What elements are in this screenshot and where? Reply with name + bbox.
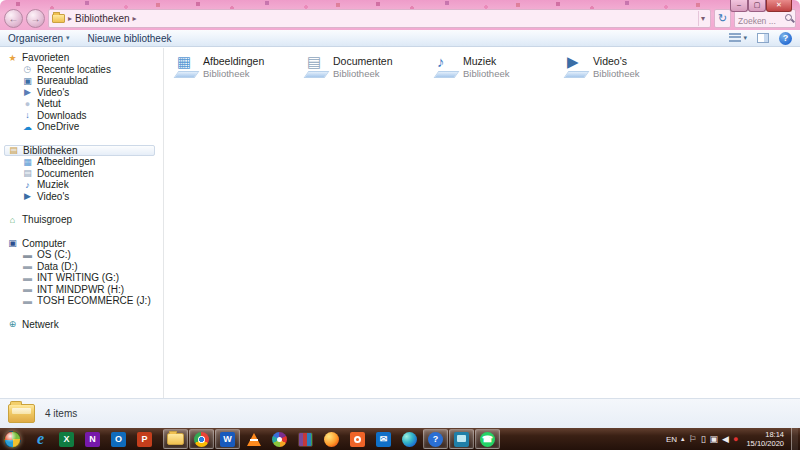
sidebar-section: ★Favorieten◷Recente locaties▣Bureaublad▶… xyxy=(4,52,163,133)
file-item-muziek[interactable]: ♪MuziekBibliotheek xyxy=(432,53,562,83)
file-item-type: Bibliotheek xyxy=(203,68,264,79)
battery-icon[interactable]: ▯ xyxy=(701,435,706,444)
sidebar-section: ⊕Netwerk xyxy=(4,319,163,331)
chevron-icon: ▸ xyxy=(68,14,72,23)
file-item-type: Bibliotheek xyxy=(593,68,639,79)
taskbar: eXNOPW✉?☎ EN ▴ ⚐▯▣◀● 18:14 15/10/2020 xyxy=(0,428,800,450)
sidebar-item-label: Recente locaties xyxy=(37,64,111,75)
status-red-icon[interactable]: ● xyxy=(733,435,738,444)
language-indicator[interactable]: EN xyxy=(666,435,677,444)
taskbar-internet-explorer-icon[interactable]: e xyxy=(28,429,53,449)
sidebar-item-bibliotheken[interactable]: ▤Bibliotheken xyxy=(4,145,155,157)
new-library-button[interactable]: Nieuwe bibliotheek xyxy=(88,33,172,44)
caret-up-icon[interactable]: ▴ xyxy=(681,435,685,443)
sidebar-item-label: Documenten xyxy=(37,168,94,179)
drive-os-icon: ▬ xyxy=(22,250,33,260)
taskbar-capture-icon[interactable] xyxy=(345,429,370,449)
file-item-documenten[interactable]: ▤DocumentenBibliotheek xyxy=(302,53,432,83)
sidebar-item-label: Video's xyxy=(37,87,69,98)
sidebar-item-thuisgroep[interactable]: ⌂Thuisgroep xyxy=(4,214,163,226)
taskbar-explorer-icon[interactable] xyxy=(163,429,188,449)
address-bar[interactable]: ▸ Bibliotheken ▸ ▾ xyxy=(48,9,711,28)
navigation-bar: ← → ▸ Bibliotheken ▸ ▾ ↻ xyxy=(4,8,796,28)
address-dropdown-button[interactable]: ▾ xyxy=(698,11,707,26)
taskbar-onenote-icon[interactable]: N xyxy=(80,429,105,449)
help-button[interactable]: ? xyxy=(779,32,792,45)
help-icon: ? xyxy=(783,33,789,43)
sidebar-item-data-d[interactable]: ▬Data (D:) xyxy=(4,261,163,273)
taskbar-excel-icon[interactable]: X xyxy=(54,429,79,449)
sidebar-item-netut[interactable]: ●Netut xyxy=(4,98,163,110)
sidebar-item-favorieten[interactable]: ★Favorieten xyxy=(4,52,163,64)
file-item-video-s[interactable]: ▶Video'sBibliotheek xyxy=(562,53,692,83)
sidebar-item-int-mindpwr-h[interactable]: ▬INT MINDPWR (H:) xyxy=(4,284,163,296)
taskbar-edge-icon[interactable] xyxy=(397,429,422,449)
taskbar-powerpoint-icon[interactable]: P xyxy=(132,429,157,449)
refresh-button[interactable]: ↻ xyxy=(714,9,731,28)
forward-button[interactable]: → xyxy=(26,9,45,28)
start-button[interactable] xyxy=(4,431,21,448)
videos-library-icon: ▶ xyxy=(22,191,33,201)
sidebar-item-video-s[interactable]: ▶Video's xyxy=(4,191,163,203)
taskbar-outlook-icon[interactable]: O xyxy=(106,429,131,449)
network-icon: ⊕ xyxy=(7,319,18,329)
flag-icon[interactable]: ⚐ xyxy=(689,435,697,444)
preview-pane-button[interactable] xyxy=(757,33,769,43)
documents-library-icon: ▤ xyxy=(22,168,33,178)
sidebar-item-video-s[interactable]: ▶Video's xyxy=(4,87,163,99)
pictures-library-icon: ▦ xyxy=(172,53,198,79)
sidebar-item-netwerk[interactable]: ⊕Netwerk xyxy=(4,319,163,331)
organize-button[interactable]: Organiseren ▾ xyxy=(8,33,70,44)
sidebar-section: ⌂Thuisgroep xyxy=(4,214,163,226)
back-button[interactable]: ← xyxy=(4,9,23,28)
file-item-afbeeldingen[interactable]: ▦AfbeeldingenBibliotheek xyxy=(172,53,302,83)
sidebar-item-int-writing-g[interactable]: ▬INT WRITING (G:) xyxy=(4,272,163,284)
network-icon[interactable]: ▣ xyxy=(710,435,719,444)
sidebar-item-computer[interactable]: ▣Computer xyxy=(4,238,163,250)
videos-library-icon: ▶ xyxy=(562,53,588,79)
close-button[interactable]: ✕ xyxy=(766,0,792,12)
taskbar-word-icon[interactable]: W xyxy=(215,429,240,449)
taskbar-whatsapp-icon[interactable]: ☎ xyxy=(475,429,500,449)
clock[interactable]: 18:14 15/10/2020 xyxy=(746,430,784,449)
taskbar-firefox-icon[interactable] xyxy=(319,429,344,449)
taskbar-winrar-icon[interactable] xyxy=(293,429,318,449)
sidebar-item-recente-locaties[interactable]: ◷Recente locaties xyxy=(4,64,163,76)
sidebar-item-label: Muziek xyxy=(37,179,69,190)
sidebar-item-afbeeldingen[interactable]: ▦Afbeeldingen xyxy=(4,156,163,168)
minimize-button[interactable]: – xyxy=(730,0,748,12)
sidebar-item-label: Favorieten xyxy=(22,52,69,63)
sidebar-item-tosh-ecommerce-j[interactable]: ▬TOSH ECOMMERCE (J:) xyxy=(4,295,163,307)
caret-down-icon: ▾ xyxy=(743,34,747,42)
computer-icon: ▣ xyxy=(7,238,18,248)
taskbar-picasa-icon[interactable] xyxy=(267,429,292,449)
sidebar-item-label: Bibliotheken xyxy=(23,145,77,156)
organize-label: Organiseren xyxy=(8,33,63,44)
caret-down-icon: ▾ xyxy=(66,34,70,42)
volume-icon[interactable]: ◀ xyxy=(722,435,729,444)
file-list[interactable]: ▦AfbeeldingenBibliotheek▤DocumentenBibli… xyxy=(164,48,800,398)
taskbar-chrome-icon[interactable] xyxy=(189,429,214,449)
change-view-button[interactable]: ▾ xyxy=(729,33,747,43)
show-desktop-button[interactable] xyxy=(791,428,798,450)
file-item-type: Bibliotheek xyxy=(463,68,509,79)
file-item-name: Documenten xyxy=(333,55,393,68)
maximize-button[interactable]: ▢ xyxy=(748,0,766,12)
music-library-icon: ♪ xyxy=(22,180,33,190)
taskbar-remote-icon[interactable] xyxy=(449,429,474,449)
toolbar-right: ▾ ? xyxy=(729,32,792,45)
sidebar-item-documenten[interactable]: ▤Documenten xyxy=(4,168,163,180)
sidebar-item-downloads[interactable]: ↓Downloads xyxy=(4,110,163,122)
sidebar-item-os-c[interactable]: ▬OS (C:) xyxy=(4,249,163,261)
taskbar-mail-icon[interactable]: ✉ xyxy=(371,429,396,449)
taskbar-vlc-icon[interactable] xyxy=(241,429,266,449)
sidebar-item-label: Downloads xyxy=(37,110,86,121)
sidebar-item-onedrive[interactable]: ☁OneDrive xyxy=(4,121,163,133)
taskbar-help-icon[interactable]: ? xyxy=(423,429,448,449)
drive-icon: ▬ xyxy=(22,273,33,283)
breadcrumb[interactable]: Bibliotheken xyxy=(75,13,129,24)
details-pane: 4 items xyxy=(0,398,800,428)
command-bar: Organiseren ▾ Nieuwe bibliotheek ▾ ? xyxy=(0,30,800,47)
sidebar-item-bureaublad[interactable]: ▣Bureaublad xyxy=(4,75,163,87)
sidebar-item-muziek[interactable]: ♪Muziek xyxy=(4,179,163,191)
